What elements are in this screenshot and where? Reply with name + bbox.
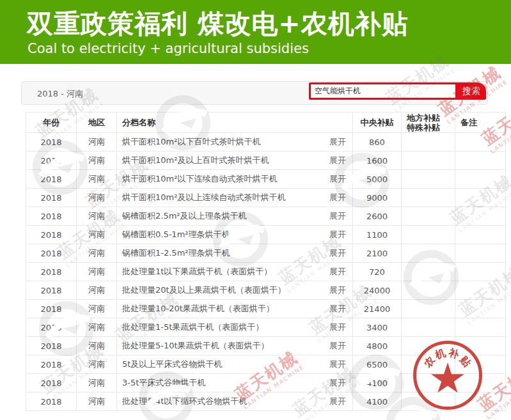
header-category: 分档名称	[117, 113, 353, 133]
cell-central-subsidy: 2600	[353, 207, 402, 226]
cell-region: 河南	[77, 318, 117, 337]
cell-remark	[455, 263, 506, 281]
cell-year: 2018	[26, 152, 77, 170]
expand-link[interactable]: 展开	[329, 303, 346, 315]
cell-central-subsidy: 9000	[353, 189, 402, 207]
cell-category: 锅槽面积0.5-1m²理条烘干机 展开	[117, 226, 353, 244]
cell-year: 2018	[26, 355, 77, 374]
cell-region: 河南	[77, 152, 117, 170]
expand-link[interactable]: 展开	[329, 247, 346, 259]
expand-link[interactable]: 展开	[329, 266, 346, 277]
cell-local-subsidy	[402, 170, 455, 189]
cell-category: 烘干面积10m²及以上百叶式茶叶烘干机 展开	[117, 152, 353, 170]
search-bar: 搜索	[309, 82, 486, 100]
cell-region: 河南	[77, 281, 117, 300]
cell-remark	[455, 207, 506, 226]
category-text: 3-5t平床式谷物烘干机	[122, 378, 205, 387]
expand-link[interactable]: 展开	[329, 136, 346, 148]
cell-remark	[455, 226, 506, 244]
table-row: 2018 河南 批处理量1t以下果蔬烘干机（表面烘干） 展开 720	[26, 263, 506, 281]
category-text: 锅槽面积0.5-1m²理条烘干机	[122, 229, 230, 239]
cell-year: 2018	[26, 226, 77, 244]
search-input[interactable]	[311, 84, 455, 98]
banner-subtitle: Coal to electricity + agricultural subsi…	[28, 41, 309, 56]
category-text: 批处理量20t及以上果蔬烘干机（表面烘干）	[122, 285, 286, 295]
cell-region: 河南	[77, 300, 117, 318]
cell-remark	[455, 189, 506, 207]
cell-remark	[455, 244, 506, 263]
cell-region: 河南	[77, 207, 117, 226]
cell-central-subsidy: 4100	[353, 374, 402, 393]
expand-link[interactable]: 展开	[329, 229, 346, 240]
cell-category: 3-5t平床式谷物烘干机 展开	[117, 374, 353, 393]
expand-link[interactable]: 展开	[329, 359, 346, 370]
cell-central-subsidy: 4100	[353, 393, 402, 411]
category-text: 锅槽面积2.5m²及以上理条烘干机	[122, 211, 247, 221]
cell-local-subsidy	[402, 300, 455, 318]
cell-remark	[455, 318, 506, 337]
cell-region: 河南	[77, 374, 117, 393]
table-row: 2018 河南 烘干面积10m²及以上百叶式茶叶烘干机 展开 1600	[26, 152, 506, 170]
cell-category: 烘干面积10m²以下百叶式茶叶烘干机 展开	[117, 133, 353, 152]
expand-link[interactable]: 展开	[329, 155, 346, 166]
cell-category: 批处理量1t以下果蔬烘干机（表面烘干） 展开	[117, 263, 353, 281]
header-remark: 备注	[455, 113, 506, 133]
expand-link[interactable]: 展开	[329, 192, 346, 203]
category-text: 烘干面积10m²及以上连续自动式茶叶烘干机	[122, 192, 285, 202]
cell-central-subsidy: 720	[353, 263, 402, 281]
cell-category: 烘干面积10m²以下连续自动式茶叶烘干机 展开	[117, 170, 353, 189]
expand-link[interactable]: 展开	[329, 173, 346, 185]
subsidy-stamp: 农 机 补 贴	[413, 341, 482, 410]
category-text: 烘干面积10m²以下百叶式茶叶烘干机	[122, 137, 260, 146]
table-row: 2018 河南 锅槽面积2.5m²及以上理条烘干机 展开 2600	[26, 207, 506, 226]
cell-region: 河南	[77, 355, 117, 374]
expand-link[interactable]: 展开	[329, 322, 346, 333]
cell-year: 2018	[26, 207, 77, 226]
cell-category: 批处理量5-10t果蔬烘干机（表面烘干） 展开	[117, 337, 353, 355]
cell-region: 河南	[77, 393, 117, 411]
expand-link[interactable]: 展开	[329, 340, 346, 352]
search-button[interactable]: 搜索	[457, 82, 486, 100]
cell-central-subsidy: 2100	[353, 244, 402, 263]
cell-region: 河南	[77, 244, 117, 263]
category-text: 批处理量10-20t果蔬烘干机（表面烘干）	[122, 304, 274, 313]
cell-local-subsidy	[402, 281, 455, 300]
expand-link[interactable]: 展开	[329, 396, 346, 407]
cell-region: 河南	[77, 170, 117, 189]
cell-central-subsidy: 4800	[353, 337, 402, 355]
expand-link[interactable]: 展开	[329, 284, 346, 296]
cell-local-subsidy	[402, 152, 455, 170]
cell-category: 批处理量4t以下循环式谷物烘干机 展开	[117, 393, 353, 411]
category-text: 批处理量1t以下果蔬烘干机（表面烘干）	[122, 267, 272, 276]
category-text: 批处理量1-5t果蔬烘干机（表面烘干）	[122, 322, 263, 332]
banner-title: 双重政策福利 煤改电+农机补贴	[27, 6, 409, 42]
cell-region: 河南	[77, 337, 117, 355]
stamp-star-icon	[430, 362, 465, 396]
cell-year: 2018	[26, 374, 77, 393]
cell-region: 河南	[77, 263, 117, 281]
category-text: 烘干面积10m²以下连续自动式茶叶烘干机	[122, 174, 277, 183]
header-year: 年份	[26, 113, 77, 133]
cell-central-subsidy: 5000	[353, 170, 402, 189]
header-region: 地区	[77, 113, 117, 133]
category-text: 烘干面积10m²及以上百叶式茶叶烘干机	[122, 155, 269, 165]
cell-local-subsidy	[402, 133, 455, 152]
expand-link[interactable]: 展开	[329, 210, 346, 222]
cell-remark	[455, 152, 506, 170]
cell-region: 河南	[77, 226, 117, 244]
cell-remark	[455, 300, 506, 318]
cell-category: 锅槽面积2.5m²及以上理条烘干机 展开	[117, 207, 353, 226]
cell-category: 烘干面积10m²及以上连续自动式茶叶烘干机 展开	[117, 189, 353, 207]
cell-central-subsidy: 860	[353, 133, 402, 152]
stamp-char: 贴	[457, 354, 473, 369]
header-local-subsidy: 地方补贴 特殊补贴	[402, 113, 455, 133]
cell-central-subsidy: 3400	[353, 318, 402, 337]
category-text: 批处理量4t以下循环式谷物烘干机	[122, 396, 247, 406]
cell-category: 批处理量20t及以上果蔬烘干机（表面烘干） 展开	[117, 281, 353, 300]
table-row: 2018 河南 烘干面积10m²及以上连续自动式茶叶烘干机 展开 9000	[26, 189, 506, 207]
expand-link[interactable]: 展开	[329, 377, 346, 389]
cell-remark	[455, 133, 506, 152]
cell-region: 河南	[77, 189, 117, 207]
cell-remark	[455, 170, 506, 189]
cell-year: 2018	[26, 337, 77, 355]
